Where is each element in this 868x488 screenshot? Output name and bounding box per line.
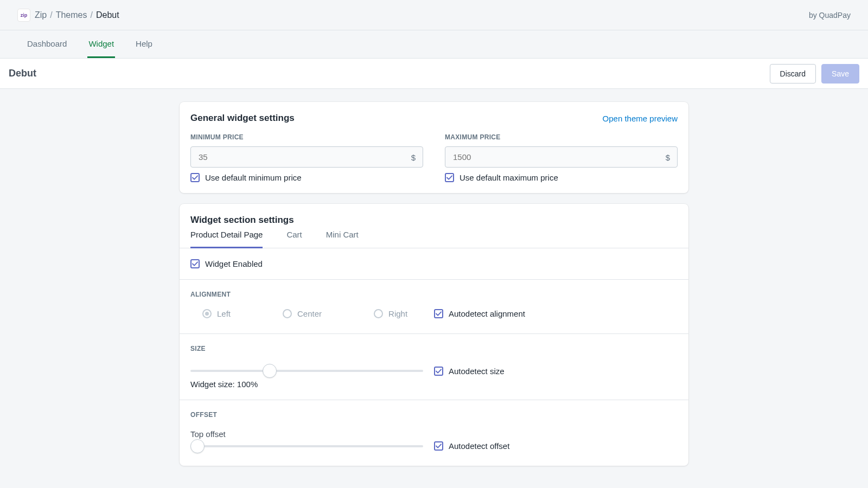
top-offset-slider[interactable]: [190, 445, 423, 447]
main-tabs: Dashboard Widget Help: [0, 30, 868, 59]
size-slider-thumb[interactable]: [263, 364, 277, 378]
alignment-center-radio[interactable]: [283, 309, 292, 318]
autodetect-size-label: Autodetect size: [449, 367, 505, 376]
widget-enabled-label: Widget Enabled: [205, 259, 263, 268]
alignment-left-label: Left: [217, 309, 231, 318]
check-icon: [436, 368, 442, 374]
section-tab-cart[interactable]: Cart: [286, 230, 302, 248]
top-bar: zip Zip / Themes / Debut by QuadPay: [0, 0, 868, 30]
page-title: Debut: [9, 68, 36, 79]
tab-help[interactable]: Help: [135, 30, 154, 58]
section-settings-title: Widget section settings: [190, 215, 294, 226]
min-price-label: MINIMUM PRICE: [190, 133, 423, 141]
widget-enabled-checkbox[interactable]: [190, 259, 200, 268]
check-icon: [436, 443, 442, 449]
credit-label: by QuadPay: [809, 11, 851, 20]
min-price-input[interactable]: [190, 146, 423, 168]
check-icon: [192, 175, 198, 181]
breadcrumb-sep: /: [90, 10, 92, 20]
check-icon: [446, 175, 452, 181]
open-theme-preview-link[interactable]: Open theme preview: [603, 114, 678, 123]
autodetect-alignment-label: Autodetect alignment: [449, 309, 525, 318]
max-default-checkbox[interactable]: [445, 173, 454, 182]
offset-title: OFFSET: [190, 411, 678, 419]
tab-dashboard[interactable]: Dashboard: [26, 30, 68, 58]
alignment-right-label: Right: [388, 309, 407, 318]
general-settings-card: General widget settings Open theme previ…: [180, 102, 688, 193]
max-price-input[interactable]: [445, 146, 678, 168]
max-price-suffix: $: [666, 152, 670, 162]
alignment-center-label: Center: [297, 309, 322, 318]
size-value-label: Widget size: 100%: [190, 380, 423, 389]
breadcrumb-current: Debut: [96, 10, 119, 20]
autodetect-offset-checkbox[interactable]: [434, 441, 443, 451]
breadcrumb-app[interactable]: Zip: [35, 10, 47, 20]
breadcrumb-sep: /: [50, 10, 52, 20]
save-button[interactable]: Save: [821, 64, 859, 84]
autodetect-offset-label: Autodetect offset: [449, 441, 509, 451]
section-settings-card: Widget section settings Product Detail P…: [180, 204, 688, 466]
tab-widget[interactable]: Widget: [87, 30, 115, 58]
autodetect-size-checkbox[interactable]: [434, 367, 443, 376]
section-tab-minicart[interactable]: Mini Cart: [326, 230, 359, 248]
check-icon: [192, 261, 198, 267]
title-bar: Debut Discard Save: [0, 59, 868, 89]
size-slider[interactable]: [190, 370, 423, 372]
content-scroll[interactable]: General widget settings Open theme previ…: [0, 89, 868, 488]
general-settings-title: General widget settings: [190, 113, 295, 124]
alignment-title: ALIGNMENT: [190, 291, 678, 298]
zip-app-icon: zip: [17, 9, 30, 22]
min-default-checkbox[interactable]: [190, 173, 200, 182]
alignment-left-radio[interactable]: [202, 309, 212, 318]
breadcrumb-parent[interactable]: Themes: [56, 10, 87, 20]
breadcrumb: zip Zip / Themes / Debut: [17, 9, 119, 22]
min-price-suffix: $: [411, 152, 416, 162]
top-offset-slider-thumb[interactable]: [190, 439, 205, 453]
autodetect-alignment-checkbox[interactable]: [434, 309, 443, 318]
top-offset-label: Top offset: [190, 429, 423, 439]
discard-button[interactable]: Discard: [770, 64, 816, 84]
max-default-label: Use default maximum price: [459, 173, 558, 182]
size-title: SIZE: [190, 345, 678, 352]
section-tab-pdp[interactable]: Product Detail Page: [190, 230, 263, 248]
alignment-right-radio[interactable]: [374, 309, 383, 318]
max-price-label: MAXIMUM PRICE: [445, 133, 678, 141]
check-icon: [436, 311, 442, 317]
min-default-label: Use default minimum price: [205, 173, 302, 182]
